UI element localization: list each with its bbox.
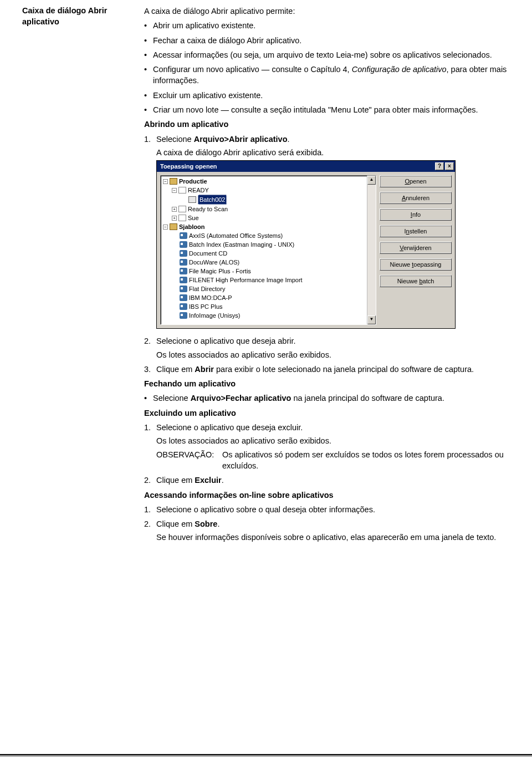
folder-icon xyxy=(170,223,177,230)
tree-node[interactable]: DocuWare (ALOS) xyxy=(172,258,376,267)
subheading-abrindo: Abrindo um aplicativo xyxy=(144,119,510,130)
step: Selecione o aplicativo que deseja exclui… xyxy=(144,422,510,471)
info-button[interactable]: Info xyxy=(380,208,452,221)
step: Clique em Abrir para exibir o lote selec… xyxy=(144,364,510,375)
tree-node[interactable]: −READY xyxy=(172,186,376,195)
page-footer: 3-4 A-63054_pt-br maio de 2007 xyxy=(0,754,532,759)
template-icon xyxy=(180,268,187,274)
tree-node[interactable]: Flat Directory xyxy=(172,284,376,293)
bullet-item: Excluir um aplicativo existente. xyxy=(144,90,510,101)
tree-node[interactable]: −Sjabloon xyxy=(163,222,376,231)
step: Selecione o aplicativo sobre o qual dese… xyxy=(144,504,510,515)
folder-icon xyxy=(170,178,177,185)
template-icon xyxy=(180,303,187,310)
section-heading: Caixa de diálogo Abrir aplicativo xyxy=(22,6,133,547)
tree-node[interactable]: −Productie xyxy=(163,177,376,186)
tree-node[interactable]: FILENET High Performance Image Import xyxy=(172,276,376,284)
tree-node-selected[interactable]: Batch002 xyxy=(181,195,376,205)
step-subtext: A caixa de diálogo Abrir aplicativo será… xyxy=(156,147,510,158)
template-icon xyxy=(180,294,187,301)
tree-node[interactable]: File Magic Plus - Fortis xyxy=(172,267,376,276)
delete-button[interactable]: Verwijderen xyxy=(380,242,452,254)
template-icon xyxy=(180,312,187,319)
open-button[interactable]: Openen xyxy=(380,175,452,187)
tree-node[interactable]: +Ready to Scan xyxy=(172,205,376,213)
dialog-titlebar: Toepassing openen ? × xyxy=(157,161,455,172)
step-subtext: Os lotes associados ao aplicativo serão … xyxy=(156,435,510,446)
tree-node[interactable]: AxxIS (Automated Office Systems) xyxy=(172,231,376,240)
bullet-item: Acessar informações (ou seja, um arquivo… xyxy=(144,49,510,60)
bullet-item: Configurar um novo aplicativo — consulte… xyxy=(144,64,510,86)
step: Clique em Sobre. Se houver informações d… xyxy=(144,518,510,543)
intro-text: A caixa de diálogo Abrir aplicativo perm… xyxy=(144,6,510,17)
template-icon xyxy=(180,241,187,248)
setup-button[interactable]: Instellen xyxy=(380,225,452,237)
tree-node[interactable]: InfoImage (Unisys) xyxy=(172,311,376,320)
close-icon[interactable]: × xyxy=(445,162,454,170)
tree-node[interactable]: IBS PC Plus xyxy=(172,302,376,311)
open-application-dialog: Toepassing openen ? × −Productie xyxy=(156,160,456,329)
template-icon xyxy=(180,277,187,283)
feature-bullets: Abrir um aplicativo existente. Fechar a … xyxy=(144,20,510,115)
content-column: A caixa de diálogo Abrir aplicativo perm… xyxy=(144,6,510,547)
bullet-item: Fechar a caixa de diálogo Abrir aplicati… xyxy=(144,35,510,46)
page-icon xyxy=(178,215,186,221)
subheading-acessando: Acessando informações on-line sobre apli… xyxy=(144,490,510,501)
step: Selecione Arquivo>Abrir aplicativo. A ca… xyxy=(144,134,510,329)
template-icon xyxy=(180,259,187,266)
bullet-item: Abrir um aplicativo existente. xyxy=(144,20,510,31)
note: OBSERVAÇÃO: Os aplicativos só podem ser … xyxy=(156,449,510,472)
dialog-title: Toepassing openen xyxy=(160,162,217,171)
tree-node[interactable]: IBM MO:DCA-P xyxy=(172,293,376,302)
tree-node[interactable]: Batch Index (Eastman Imaging - UNIX) xyxy=(172,240,376,249)
new-application-button[interactable]: Nieuwe toepassing xyxy=(380,258,452,271)
subheading-excluindo: Excluindo um aplicativo xyxy=(144,407,510,419)
page-icon xyxy=(178,206,186,212)
new-batch-button[interactable]: Nieuwe batch xyxy=(380,275,452,287)
scroll-down-icon[interactable]: ▼ xyxy=(367,315,376,324)
application-tree[interactable]: −Productie −READY Batch002 +Ready to Sca… xyxy=(160,175,376,325)
step-subtext: Os lotes associados ao aplicativo serão … xyxy=(156,349,510,360)
template-icon xyxy=(180,232,187,239)
steps-abrindo: Selecione Arquivo>Abrir aplicativo. A ca… xyxy=(144,134,510,375)
step: Clique em Excluir. xyxy=(144,475,510,486)
cancel-button[interactable]: Annuleren xyxy=(380,192,452,204)
step: Selecione o aplicativo que deseja abrir.… xyxy=(144,335,510,360)
help-icon[interactable]: ? xyxy=(435,162,444,170)
tree-node[interactable]: Document CD xyxy=(172,249,376,258)
bullet-item: Selecione Arquivo>Fechar aplicativo na j… xyxy=(144,393,510,404)
vertical-scrollbar[interactable]: ▲ ▼ xyxy=(367,176,376,324)
page-icon xyxy=(178,187,186,193)
bullet-item: Criar um novo lote — consulte a seção in… xyxy=(144,104,510,115)
template-icon xyxy=(180,250,187,257)
tree-node[interactable]: +Sue xyxy=(172,213,376,222)
scroll-up-icon[interactable]: ▲ xyxy=(367,176,376,185)
template-icon xyxy=(180,286,187,292)
subheading-fechando: Fechando um aplicativo xyxy=(144,378,510,389)
step-subtext: Se houver informações disponíveis sobre … xyxy=(156,532,510,543)
doc-icon xyxy=(188,196,196,203)
